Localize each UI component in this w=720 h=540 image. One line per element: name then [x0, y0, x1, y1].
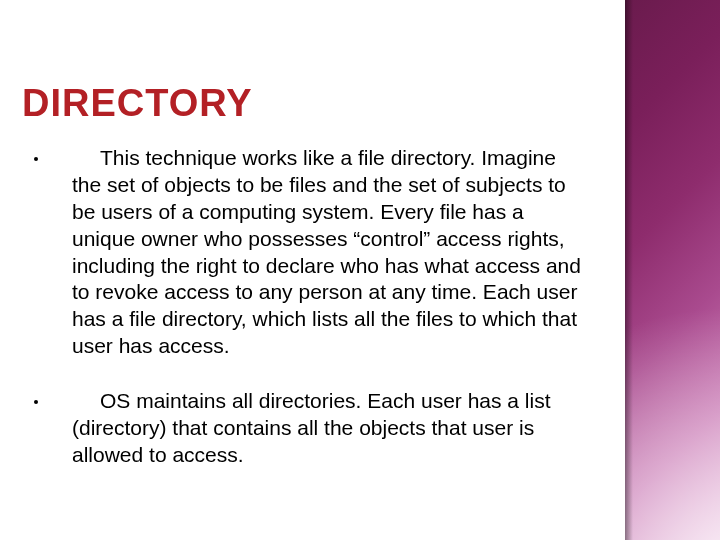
- list-item: OS maintains all directories. Each user …: [32, 388, 585, 469]
- bullet-list: This technique works like a file directo…: [22, 145, 585, 469]
- bullet-text: This technique works like a file directo…: [72, 146, 581, 357]
- bullet-text: OS maintains all directories. Each user …: [72, 389, 551, 466]
- slide-title: DIRECTORY: [22, 82, 585, 125]
- slide-content: DIRECTORY This technique works like a fi…: [0, 0, 615, 540]
- decorative-side-stripe: [625, 0, 720, 540]
- slide: DIRECTORY This technique works like a fi…: [0, 0, 720, 540]
- list-item: This technique works like a file directo…: [32, 145, 585, 360]
